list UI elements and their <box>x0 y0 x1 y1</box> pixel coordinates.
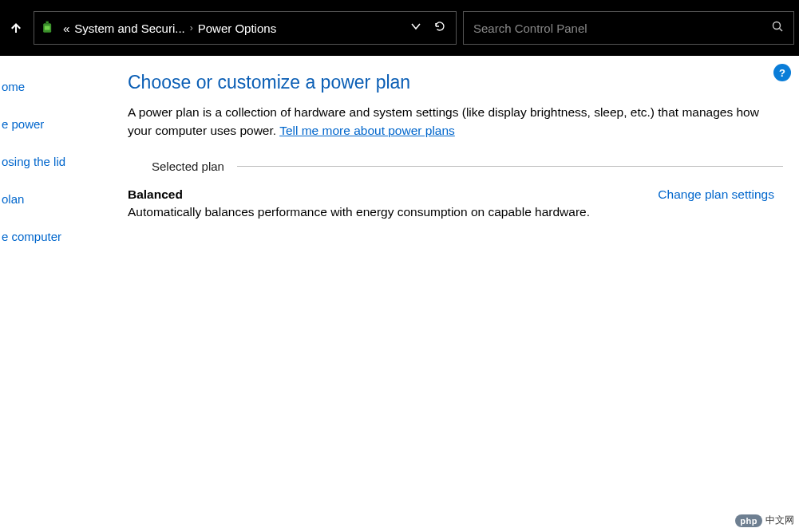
selected-plan-header: Selected plan <box>152 160 783 173</box>
chevron-right-icon: › <box>190 22 193 33</box>
refresh-button[interactable] <box>433 20 446 36</box>
breadcrumb[interactable]: « System and Securi... › Power Options <box>63 22 403 35</box>
plan-row: Balanced Automatically balances performa… <box>128 187 774 219</box>
breadcrumb-current[interactable]: Power Options <box>198 22 276 35</box>
sidebar-item[interactable]: e power <box>0 112 104 136</box>
breadcrumb-parent[interactable]: System and Securi... <box>74 22 184 35</box>
plan-description: Automatically balances performance with … <box>128 205 590 219</box>
arrow-up-icon <box>10 22 22 34</box>
page-description: A power plan is a collection of hardware… <box>128 103 782 140</box>
search-input[interactable] <box>473 22 771 35</box>
svg-line-4 <box>780 29 783 32</box>
main-content: ? Choose or customize a power plan A pow… <box>104 56 799 532</box>
svg-point-3 <box>773 22 781 30</box>
search-bar[interactable] <box>463 11 794 45</box>
address-bar[interactable]: « System and Securi... › Power Options <box>34 11 457 45</box>
sidebar-item[interactable]: e computer <box>0 225 104 248</box>
nav-up-button[interactable] <box>5 17 27 39</box>
sidebar-item[interactable]: olan <box>0 187 104 211</box>
help-icon: ? <box>779 67 785 79</box>
svg-rect-1 <box>46 22 49 24</box>
sidebar-item[interactable]: osing the lid <box>0 150 104 173</box>
battery-icon <box>39 19 57 37</box>
sidebar-item[interactable]: ome <box>0 75 104 98</box>
help-button[interactable]: ? <box>773 64 791 81</box>
titlebar: « System and Securi... › Power Options <box>0 0 799 56</box>
page-title: Choose or customize a power plan <box>128 72 783 93</box>
breadcrumb-prefix: « <box>63 22 69 35</box>
svg-rect-2 <box>45 26 50 30</box>
section-label: Selected plan <box>152 160 224 173</box>
learn-more-link[interactable]: Tell me more about power plans <box>279 124 455 137</box>
chevron-down-icon[interactable] <box>409 20 422 36</box>
change-plan-settings-link[interactable]: Change plan settings <box>658 187 774 202</box>
plan-name: Balanced <box>128 187 590 202</box>
sidebar: ome e power osing the lid olan e compute… <box>0 56 104 532</box>
annotation-arrow-icon <box>790 214 799 341</box>
search-icon[interactable] <box>771 20 784 36</box>
divider <box>237 166 783 167</box>
